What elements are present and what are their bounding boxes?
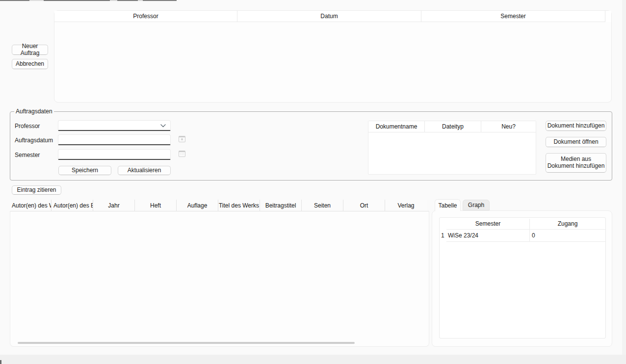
semester-label: Semester <box>15 152 40 158</box>
save-button[interactable]: Speichern <box>58 166 111 175</box>
stats-panel: Semester Zugang 1 WiSe 23/24 0 <box>432 210 612 347</box>
stats-row-divider <box>446 241 606 242</box>
calendar-icon[interactable] <box>179 136 185 142</box>
documents-table[interactable]: Dokumentname Dateityp Neu? <box>368 121 536 175</box>
semester-access-table[interactable]: Semester Zugang 1 WiSe 23/24 0 <box>439 217 606 338</box>
window-corner-mark <box>0 360 1 364</box>
row-semester: WiSe 23/24 <box>448 232 478 239</box>
citations-table-body[interactable] <box>10 211 429 347</box>
calendar-grid-icon[interactable] <box>179 151 185 157</box>
professor-combobox[interactable] <box>58 120 171 131</box>
stats-column-divider <box>529 219 530 242</box>
orders-column-semester[interactable]: Semester <box>421 11 605 22</box>
citations-column-work-title[interactable]: Titel des Werks <box>218 200 260 211</box>
citations-column-contribution-title[interactable]: Beitragstitel <box>260 200 302 211</box>
add-media-from-document-button[interactable]: Medien aus Dokument hinzufügen <box>546 153 606 173</box>
documents-column-new[interactable]: Neu? <box>481 121 536 132</box>
order-data-group-title: Auftragsdaten <box>14 108 54 115</box>
citations-column-publisher[interactable]: Verlag <box>385 200 427 211</box>
documents-column-name[interactable]: Dokumentname <box>368 121 425 132</box>
new-order-button[interactable]: Neuer Auftrag <box>12 45 48 55</box>
window-right-edge <box>622 0 626 364</box>
citations-column-issue[interactable]: Heft <box>135 200 177 211</box>
window-top-edge <box>0 0 179 1</box>
citations-table-header: Autor(en) des Werks Autor(en) des Beitra… <box>10 200 427 211</box>
horizontal-scrollbar[interactable] <box>18 342 355 344</box>
row-zugang: 0 <box>532 232 535 239</box>
window-bottom-edge <box>0 355 626 364</box>
row-index: 1 <box>441 232 444 239</box>
tab-graph[interactable]: Graph <box>463 200 490 210</box>
stats-column-zugang[interactable]: Zugang <box>529 220 606 227</box>
cite-entry-button[interactable]: Eintrag zitieren <box>12 185 61 195</box>
semester-input[interactable] <box>58 149 171 160</box>
documents-column-filetype[interactable]: Dateityp <box>425 121 481 132</box>
citations-column-pages[interactable]: Seiten <box>302 200 343 211</box>
citations-column-contribution-authors[interactable]: Autor(en) des Beitrags <box>52 200 93 211</box>
orders-column-professor[interactable]: Professor <box>54 11 237 22</box>
orders-table[interactable]: Professor Datum Semester <box>54 10 612 103</box>
citations-column-year[interactable]: Jahr <box>93 200 135 211</box>
open-document-button[interactable]: Dokument öffnen <box>546 137 606 147</box>
orders-column-datum[interactable]: Datum <box>237 11 421 22</box>
stats-header-divider <box>446 229 606 230</box>
citations-column-edition[interactable]: Auflage <box>177 200 218 211</box>
tab-tabelle[interactable]: Tabelle <box>435 199 461 211</box>
order-date-label: Auftragsdatum <box>15 137 53 144</box>
orders-table-header: Professor Datum Semester <box>54 11 611 22</box>
citations-column-place[interactable]: Ort <box>343 200 385 211</box>
documents-table-header: Dokumentname Dateityp Neu? <box>368 121 536 132</box>
professor-label: Professor <box>15 123 40 130</box>
order-date-input[interactable] <box>58 134 171 145</box>
citations-column-work-authors[interactable]: Autor(en) des Werks <box>10 200 52 211</box>
stats-column-semester[interactable]: Semester <box>446 220 529 227</box>
refresh-button[interactable]: Aktualisieren <box>118 166 171 175</box>
chevron-down-icon[interactable] <box>160 124 166 128</box>
add-document-button[interactable]: Dokument hinzufügen <box>546 121 606 131</box>
cancel-button[interactable]: Abbrechen <box>12 59 48 69</box>
professor-combobox-input[interactable] <box>58 120 171 131</box>
